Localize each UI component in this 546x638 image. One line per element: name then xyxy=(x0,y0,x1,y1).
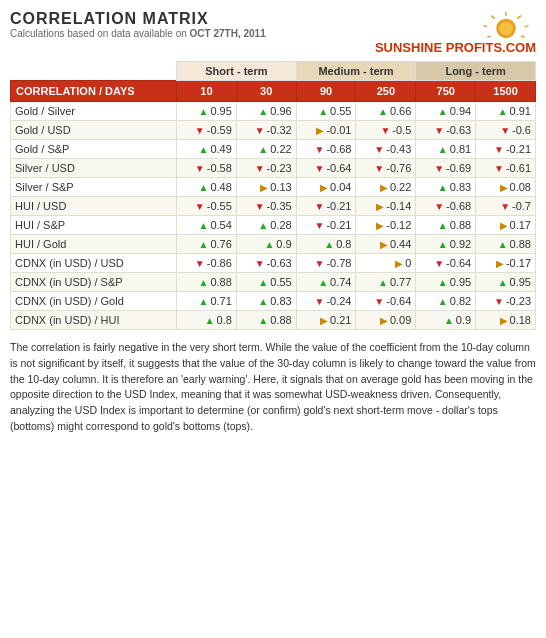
arrow-icon: ▲ xyxy=(498,239,508,250)
table-row: Gold / Silver▲0.95▲0.96▲0.55▲0.66▲0.94▲0… xyxy=(11,102,536,121)
arrow-icon: ▼ xyxy=(494,163,504,174)
arrow-icon: ▲ xyxy=(199,106,209,117)
arrow-icon: ▼ xyxy=(374,296,384,307)
table-row: CDNX (in USD) / USD▼-0.86▼-0.63▼-0.78▶0▼… xyxy=(11,254,536,273)
logo-text: SUNSHINE PROFITS.COM xyxy=(375,40,536,55)
cell-value: -0.21 xyxy=(506,143,531,155)
row-value-d30: ▼-0.63 xyxy=(236,254,296,273)
row-value-d1500: ▶-0.17 xyxy=(476,254,536,273)
cell-value: 0.22 xyxy=(390,181,411,193)
logo: SUNSHINE PROFITS.COM xyxy=(375,10,536,55)
row-value-d90: ▲0.74 xyxy=(296,273,356,292)
cell-value: 0.74 xyxy=(330,276,351,288)
col-header-250: 250 xyxy=(356,81,416,102)
arrow-icon: ▼ xyxy=(500,201,510,212)
arrow-icon: ▲ xyxy=(378,277,388,288)
row-value-d750: ▲0.88 xyxy=(416,216,476,235)
row-value-d10: ▼-0.59 xyxy=(177,121,237,140)
cell-value: 0.9 xyxy=(276,238,291,250)
row-value-d90: ▼-0.21 xyxy=(296,216,356,235)
row-value-d750: ▲0.81 xyxy=(416,140,476,159)
logo-profits: PROFITS.COM xyxy=(446,40,536,55)
arrow-icon: ▼ xyxy=(255,125,265,136)
cell-value: -0.58 xyxy=(207,162,232,174)
arrow-icon: ▲ xyxy=(258,277,268,288)
col-header-30: 30 xyxy=(236,81,296,102)
arrow-icon: ▲ xyxy=(199,277,209,288)
arrow-icon: ▼ xyxy=(434,201,444,212)
cell-value: 0.28 xyxy=(270,219,291,231)
row-value-d250: ▶0.22 xyxy=(356,178,416,197)
svg-line-4 xyxy=(484,25,488,27)
arrow-icon: ▼ xyxy=(434,258,444,269)
arrow-icon: ▲ xyxy=(318,277,328,288)
row-value-d90: ▼-0.68 xyxy=(296,140,356,159)
arrow-icon: ▲ xyxy=(438,220,448,231)
arrow-icon: ▼ xyxy=(315,144,325,155)
arrow-icon: ▲ xyxy=(264,239,274,250)
arrow-icon: ▼ xyxy=(255,201,265,212)
cell-value: 0.21 xyxy=(330,314,351,326)
cell-value: 0.88 xyxy=(270,314,291,326)
cell-value: -0.5 xyxy=(392,124,411,136)
arrow-icon: ▼ xyxy=(434,163,444,174)
arrow-icon: ▲ xyxy=(498,106,508,117)
row-value-d1500: ▼-0.23 xyxy=(476,292,536,311)
table-row: CDNX (in USD) / S&P▲0.88▲0.55▲0.74▲0.77▲… xyxy=(11,273,536,292)
cell-value: -0.55 xyxy=(207,200,232,212)
cell-value: 0.48 xyxy=(210,181,231,193)
arrow-icon: ▼ xyxy=(195,163,205,174)
column-header-row: CORRELATION / DAYS 10 30 90 250 750 1500 xyxy=(11,81,536,102)
row-value-d750: ▲0.94 xyxy=(416,102,476,121)
arrow-icon: ▲ xyxy=(498,277,508,288)
row-label: CDNX (in USD) / USD xyxy=(11,254,177,273)
row-value-d1500: ▶0.18 xyxy=(476,311,536,330)
row-label: CDNX (in USD) / S&P xyxy=(11,273,177,292)
cell-value: 0 xyxy=(405,257,411,269)
arrow-icon: ▲ xyxy=(258,315,268,326)
row-value-d30: ▼-0.23 xyxy=(236,159,296,178)
row-value-d10: ▲0.95 xyxy=(177,102,237,121)
cell-value: -0.23 xyxy=(506,295,531,307)
svg-line-3 xyxy=(491,16,495,19)
cell-value: -0.64 xyxy=(326,162,351,174)
arrow-icon: ▲ xyxy=(199,296,209,307)
arrow-icon: ▶ xyxy=(376,201,384,212)
arrow-icon: ▼ xyxy=(315,201,325,212)
arrow-icon: ▼ xyxy=(494,144,504,155)
row-value-d250: ▼-0.64 xyxy=(356,292,416,311)
row-value-d750: ▼-0.64 xyxy=(416,254,476,273)
row-label: CDNX (in USD) / HUI xyxy=(11,311,177,330)
cell-value: -0.68 xyxy=(326,143,351,155)
cell-value: 0.49 xyxy=(210,143,231,155)
arrow-icon: ▼ xyxy=(195,258,205,269)
cell-value: -0.32 xyxy=(267,124,292,136)
cell-value: 0.44 xyxy=(390,238,411,250)
cell-value: -0.43 xyxy=(386,143,411,155)
row-label: HUI / Gold xyxy=(11,235,177,254)
row-value-d250: ▶0 xyxy=(356,254,416,273)
row-value-d90: ▲0.8 xyxy=(296,235,356,254)
row-value-d30: ▲0.22 xyxy=(236,140,296,159)
subtitle-date: OCT 27TH, 2011 xyxy=(190,28,266,39)
row-label: HUI / USD xyxy=(11,197,177,216)
col-header-label: CORRELATION / DAYS xyxy=(11,81,177,102)
row-value-d1500: ▼-0.61 xyxy=(476,159,536,178)
row-value-d250: ▼-0.76 xyxy=(356,159,416,178)
cell-value: -0.7 xyxy=(512,200,531,212)
row-value-d30: ▲0.83 xyxy=(236,292,296,311)
cell-value: 0.88 xyxy=(510,238,531,250)
row-value-d30: ▲0.96 xyxy=(236,102,296,121)
table-row: HUI / S&P▲0.54▲0.28▼-0.21▶-0.12▲0.88▶0.1… xyxy=(11,216,536,235)
cell-value: 0.17 xyxy=(510,219,531,231)
svg-line-5 xyxy=(521,36,525,38)
cell-value: -0.24 xyxy=(326,295,351,307)
row-value-d10: ▲0.8 xyxy=(177,311,237,330)
group-header-row: Short - term Medium - term Long - term xyxy=(11,62,536,81)
cell-value: 0.96 xyxy=(270,105,291,117)
row-value-d90: ▼-0.64 xyxy=(296,159,356,178)
row-value-d10: ▼-0.55 xyxy=(177,197,237,216)
arrow-icon: ▲ xyxy=(438,144,448,155)
cell-value: 0.55 xyxy=(270,276,291,288)
arrow-icon: ▲ xyxy=(199,239,209,250)
